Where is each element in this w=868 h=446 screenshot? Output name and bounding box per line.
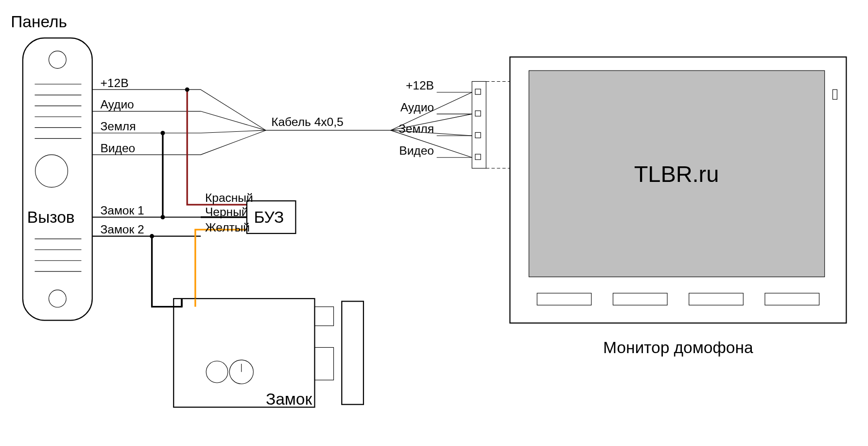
wire-12v-label: +12В (101, 76, 129, 89)
wire-lock2-down (152, 236, 182, 307)
wire-lock2-label: Замок 2 (101, 223, 144, 236)
buz-label: БУЗ (254, 208, 284, 226)
monitor-button (613, 293, 667, 305)
term-video-label: Видео (399, 144, 434, 157)
panel-body (23, 38, 92, 320)
fan-left (201, 89, 266, 130)
panel-call-label: Вызов (27, 208, 75, 226)
svg-point-12 (160, 215, 165, 219)
cable-label: Кабель 4x0,5 (271, 115, 344, 128)
svg-rect-5 (475, 111, 481, 116)
wire-black-label: Черный (205, 205, 248, 218)
wire-red-label: Красный (205, 191, 253, 204)
lock-strike (342, 302, 364, 405)
fan-left (201, 130, 266, 133)
fan-left (201, 130, 266, 155)
panel-camera-icon (35, 155, 68, 187)
wire-lock1-label: Замок 1 (101, 204, 144, 217)
wire-video-label: Видео (101, 142, 136, 155)
monitor-title: Монитор домофона (603, 339, 753, 357)
wiring-diagram: Панель Вызов +12В Аудио Земля Видео Замо… (0, 0, 868, 434)
svg-rect-6 (475, 132, 481, 138)
svg-point-10 (185, 88, 190, 92)
panel-screw-bottom (49, 290, 66, 307)
term-audio-label: Аудио (400, 101, 434, 114)
panel-screw-top (49, 51, 66, 69)
wire-ground-label: Земля (101, 120, 136, 133)
svg-point-11 (160, 131, 165, 135)
lock-hole-icon (206, 361, 228, 383)
svg-rect-4 (475, 89, 481, 94)
panel-title: Панель (11, 13, 67, 31)
wire-red (187, 89, 247, 205)
lock-bolt-top (314, 307, 333, 326)
svg-point-13 (150, 234, 154, 238)
fan-left (201, 111, 266, 130)
lock-bolt-bottom (314, 347, 333, 380)
term-12v-label: +12В (406, 79, 434, 92)
wire-audio-label: Аудио (101, 98, 134, 111)
monitor-button (537, 293, 591, 305)
monitor-button (765, 293, 819, 305)
wire-yellow (195, 230, 247, 299)
wire-yellow-label: Желтый (205, 221, 250, 234)
lock-label: Замок (266, 390, 312, 408)
term-ground-label: Земля (399, 122, 434, 135)
monitor-led-icon (833, 89, 837, 99)
monitor-button (689, 293, 744, 305)
monitor-screen-text: TLBR.ru (634, 161, 719, 187)
svg-rect-7 (475, 154, 481, 160)
